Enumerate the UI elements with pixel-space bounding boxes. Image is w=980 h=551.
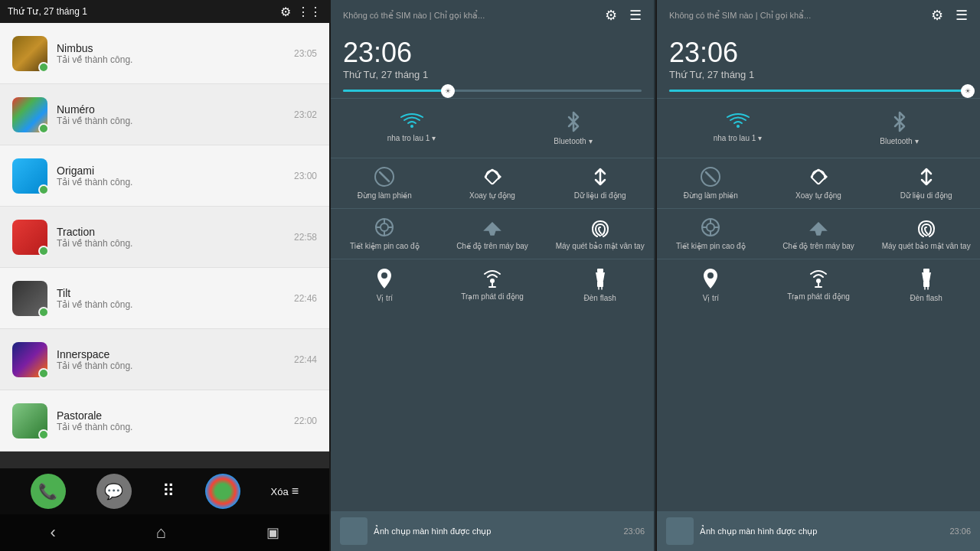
wifi-bt-row-1: nha tro lau 1 ▾ Bluetooth ▾ — [331, 98, 654, 158]
mobiledata-icon-1 — [590, 166, 611, 187]
bt-dropdown-arrow-1[interactable]: ▾ — [589, 137, 593, 145]
battery-tile-2[interactable]: Tiết kiệm pin cao độ — [657, 214, 765, 254]
qs-settings-icon-1[interactable]: ⚙ — [605, 7, 617, 24]
flashlight-tile-1[interactable]: Đèn flash — [546, 264, 654, 306]
brightness-row-2[interactable]: ☀ — [657, 83, 980, 98]
dnd-label-2: Đừng làm phiền — [684, 191, 738, 201]
qs-menu-icon-2[interactable]: ☰ — [956, 7, 968, 24]
qs-time-2: 23:06 Thứ Tư, 27 tháng 1 — [657, 31, 980, 83]
chrome-button[interactable] — [205, 474, 240, 509]
bluetooth-icon-2 — [890, 111, 909, 132]
screenshot-thumb-1 — [340, 517, 368, 545]
notif-content: Innerspace Tải về thành công. — [57, 348, 285, 371]
recent-apps-button[interactable]: ▣ — [266, 524, 279, 541]
dnd-tile-1[interactable]: Đừng làm phiền — [331, 163, 439, 204]
battery-icon-2 — [700, 217, 721, 238]
fingerprint-label-1: Máy quét bảo mật vân tay — [556, 241, 645, 251]
qs-menu-icon-1[interactable]: ☰ — [629, 7, 642, 24]
battery-label-1: Tiết kiệm pin cao độ — [350, 241, 419, 251]
flashlight-tile-2[interactable]: Đèn flash — [872, 264, 980, 306]
notif-subtitle: Tải về thành công. — [57, 360, 285, 371]
back-button[interactable]: ‹ — [50, 523, 55, 543]
wifi-dropdown-arrow-2[interactable]: ▾ — [758, 134, 762, 142]
battery-icon-1 — [374, 217, 395, 238]
mobiledata-tile-2[interactable]: Dữ liệu di động — [872, 163, 980, 204]
notif-time: 23:00 — [294, 171, 317, 181]
clear-notifications-button[interactable]: Xóa ≡ — [271, 484, 299, 498]
airplane-icon-2 — [808, 217, 829, 238]
bt-label-row-1: Bluetooth ▾ — [554, 137, 592, 145]
notif-nimbus[interactable]: Nimbus Tải về thành công. 23:05 — [0, 23, 329, 84]
wifi-label-row-2: nha tro lau 1 ▾ — [714, 134, 763, 142]
autorotate-tile-1[interactable]: Xoay tự động — [439, 163, 547, 204]
notif-title: Origami — [57, 165, 285, 177]
clear-icon: ≡ — [292, 484, 299, 498]
svg-marker-3 — [498, 174, 501, 180]
location-tile-1[interactable]: Vị trí — [331, 264, 439, 306]
brightness-row-1[interactable]: ☀ — [331, 83, 654, 98]
status-bar: Thứ Tư, 27 tháng 1 ⚙ ⋮⋮ — [0, 0, 329, 23]
notif-tilt[interactable]: Tilt Tải về thành công. 22:46 — [0, 268, 329, 329]
quick-settings-panel-2: Không có thể SIM nào | Chỉ gọi khẩ... ⚙ … — [655, 0, 980, 551]
more-icon[interactable]: ⋮⋮ — [297, 5, 322, 19]
notification-list: Nimbus Tải về thành công. 23:05 Numéro T… — [0, 23, 329, 468]
notif-pastorale[interactable]: Pastorale Tải về thành công. 22:00 — [0, 390, 329, 452]
bt-label-1: Bluetooth — [554, 137, 586, 145]
mobiledata-tile-1[interactable]: Dữ liệu di động — [546, 163, 654, 204]
hotspot-tile-2[interactable]: Trạm phát di động — [765, 264, 873, 306]
wifi-bt-row-2: nha tro lau 1 ▾ Bluetooth ▾ — [657, 98, 980, 158]
notif-innerspace[interactable]: Innerspace Tải về thành công. 22:44 — [0, 329, 329, 390]
notif-title: Tilt — [57, 287, 285, 299]
notif-time: 22:44 — [294, 354, 317, 365]
notification-panel: Thứ Tư, 27 tháng 1 ⚙ ⋮⋮ Nimbus Tải về th… — [0, 0, 329, 551]
fingerprint-tile-2[interactable]: Máy quét bảo mật vân tay — [872, 214, 980, 254]
airplane-tile-1[interactable]: Chế độ trên máy bay — [439, 214, 547, 254]
bluetooth-tile-1[interactable]: Bluetooth ▾ — [492, 105, 654, 152]
location-tile-2[interactable]: Vị trí — [657, 264, 765, 306]
svg-point-5 — [381, 223, 388, 231]
location-icon-2 — [701, 267, 720, 290]
brightness-knob-1[interactable]: ☀ — [441, 84, 455, 98]
qs-topbar-2: Không có thể SIM nào | Chỉ gọi khẩ... ⚙ … — [657, 0, 980, 31]
mobiledata-label-1: Dữ liệu di động — [574, 191, 626, 201]
wifi-tile-1[interactable]: nha tro lau 1 ▾ — [331, 105, 492, 152]
hotspot-tile-1[interactable]: Trạm phát di động — [439, 264, 547, 306]
airplane-tile-2[interactable]: Chế độ trên máy bay — [765, 214, 873, 254]
airplane-label-2: Chế độ trên máy bay — [782, 241, 854, 251]
bluetooth-tile-2[interactable]: Bluetooth ▾ — [818, 105, 980, 152]
battery-tile-1[interactable]: Tiết kiệm pin cao độ — [331, 214, 439, 254]
screenshot-label-1: Ảnh chụp màn hình được chụp — [374, 527, 491, 536]
notif-subtitle: Tải về thành công. — [57, 54, 285, 65]
notif-origami[interactable]: Origami Tải về thành công. 23:00 — [0, 145, 329, 207]
home-button[interactable]: ⌂ — [156, 523, 166, 543]
notif-time: 23:05 — [294, 48, 317, 59]
apps-grid-button[interactable]: ⠿ — [162, 481, 175, 501]
notif-subtitle: Tải về thành công. — [57, 299, 285, 310]
wifi-tile-2[interactable]: nha tro lau 1 ▾ — [657, 105, 818, 152]
wifi-dropdown-arrow-1[interactable]: ▾ — [432, 134, 436, 142]
phone-button[interactable]: 📞 — [31, 474, 66, 509]
notif-traction[interactable]: Traction Tải về thành công. 22:58 — [0, 207, 329, 268]
notif-numero[interactable]: Numéro Tải về thành công. 23:02 — [0, 84, 329, 145]
wifi-label-2: nha tro lau 1 — [714, 134, 756, 142]
svg-rect-19 — [923, 269, 929, 272]
settings-icon[interactable]: ⚙ — [280, 5, 291, 19]
bt-dropdown-arrow-2[interactable]: ▾ — [915, 137, 919, 145]
messages-button[interactable]: 💬 — [96, 474, 132, 509]
svg-point-16 — [707, 223, 714, 231]
dnd-tile-2[interactable]: Đừng làm phiền — [657, 163, 765, 204]
autorotate-tile-2[interactable]: Xoay tự động — [765, 163, 873, 204]
notif-title: Nimbus — [57, 42, 285, 54]
qs-settings-icon-2[interactable]: ⚙ — [931, 7, 943, 24]
wifi-label-row-1: nha tro lau 1 ▾ — [387, 134, 436, 142]
wifi-icon-2 — [727, 111, 750, 129]
notif-time: 22:00 — [294, 416, 317, 426]
fingerprint-tile-1[interactable]: Máy quét bảo mật vân tay — [546, 214, 654, 254]
tiles-row1-panel2: Đừng làm phiền Xoay tự động Dữ liệu di đ… — [657, 158, 980, 208]
brightness-knob-2[interactable]: ☀ — [961, 84, 975, 98]
sim-status-1: Không có thể SIM nào | Chỉ gọi khẩ... — [343, 11, 485, 21]
status-date: Thứ Tư, 27 tháng 1 — [8, 6, 87, 17]
location-label-2: Vị trí — [703, 293, 719, 303]
dnd-icon-2 — [700, 166, 721, 187]
quick-settings-panel-1: Không có thể SIM nào | Chỉ gọi khẩ... ⚙ … — [329, 0, 654, 551]
